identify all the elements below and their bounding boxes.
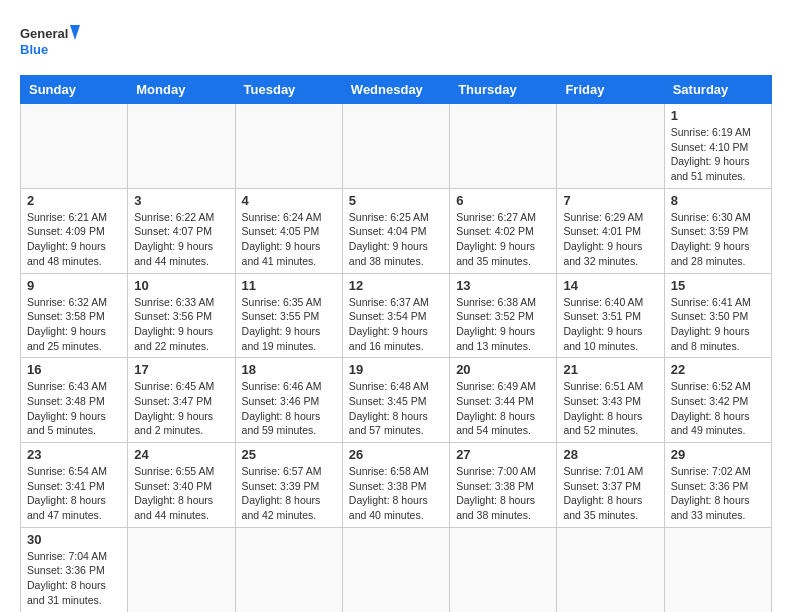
- day-info: Sunrise: 6:48 AM Sunset: 3:45 PM Dayligh…: [349, 379, 443, 438]
- day-info: Sunrise: 6:58 AM Sunset: 3:38 PM Dayligh…: [349, 464, 443, 523]
- day-number: 19: [349, 362, 443, 377]
- calendar-cell: 3Sunrise: 6:22 AM Sunset: 4:07 PM Daylig…: [128, 188, 235, 273]
- weekday-header: Thursday: [450, 76, 557, 104]
- day-info: Sunrise: 6:46 AM Sunset: 3:46 PM Dayligh…: [242, 379, 336, 438]
- calendar-cell: [235, 104, 342, 189]
- calendar-cell: [557, 527, 664, 612]
- day-number: 6: [456, 193, 550, 208]
- day-number: 20: [456, 362, 550, 377]
- day-info: Sunrise: 6:40 AM Sunset: 3:51 PM Dayligh…: [563, 295, 657, 354]
- calendar-week-row: 16Sunrise: 6:43 AM Sunset: 3:48 PM Dayli…: [21, 358, 772, 443]
- day-number: 4: [242, 193, 336, 208]
- calendar-cell: 11Sunrise: 6:35 AM Sunset: 3:55 PM Dayli…: [235, 273, 342, 358]
- calendar-cell: 6Sunrise: 6:27 AM Sunset: 4:02 PM Daylig…: [450, 188, 557, 273]
- day-info: Sunrise: 6:51 AM Sunset: 3:43 PM Dayligh…: [563, 379, 657, 438]
- calendar-cell: 5Sunrise: 6:25 AM Sunset: 4:04 PM Daylig…: [342, 188, 449, 273]
- day-info: Sunrise: 6:45 AM Sunset: 3:47 PM Dayligh…: [134, 379, 228, 438]
- day-number: 14: [563, 278, 657, 293]
- calendar-cell: 7Sunrise: 6:29 AM Sunset: 4:01 PM Daylig…: [557, 188, 664, 273]
- svg-text:Blue: Blue: [20, 42, 48, 57]
- calendar-cell: 28Sunrise: 7:01 AM Sunset: 3:37 PM Dayli…: [557, 443, 664, 528]
- calendar-cell: 30Sunrise: 7:04 AM Sunset: 3:36 PM Dayli…: [21, 527, 128, 612]
- calendar-cell: 2Sunrise: 6:21 AM Sunset: 4:09 PM Daylig…: [21, 188, 128, 273]
- day-number: 15: [671, 278, 765, 293]
- calendar-cell: [235, 527, 342, 612]
- calendar-cell: 23Sunrise: 6:54 AM Sunset: 3:41 PM Dayli…: [21, 443, 128, 528]
- day-number: 27: [456, 447, 550, 462]
- day-number: 23: [27, 447, 121, 462]
- day-number: 18: [242, 362, 336, 377]
- day-info: Sunrise: 7:04 AM Sunset: 3:36 PM Dayligh…: [27, 549, 121, 608]
- calendar-cell: 24Sunrise: 6:55 AM Sunset: 3:40 PM Dayli…: [128, 443, 235, 528]
- day-number: 28: [563, 447, 657, 462]
- calendar-cell: 9Sunrise: 6:32 AM Sunset: 3:58 PM Daylig…: [21, 273, 128, 358]
- day-info: Sunrise: 6:49 AM Sunset: 3:44 PM Dayligh…: [456, 379, 550, 438]
- day-number: 5: [349, 193, 443, 208]
- calendar-cell: [128, 104, 235, 189]
- calendar-cell: [21, 104, 128, 189]
- day-info: Sunrise: 6:32 AM Sunset: 3:58 PM Dayligh…: [27, 295, 121, 354]
- svg-marker-2: [70, 25, 80, 40]
- day-number: 24: [134, 447, 228, 462]
- day-info: Sunrise: 6:22 AM Sunset: 4:07 PM Dayligh…: [134, 210, 228, 269]
- calendar-cell: 17Sunrise: 6:45 AM Sunset: 3:47 PM Dayli…: [128, 358, 235, 443]
- calendar-cell: 16Sunrise: 6:43 AM Sunset: 3:48 PM Dayli…: [21, 358, 128, 443]
- day-number: 8: [671, 193, 765, 208]
- day-info: Sunrise: 7:01 AM Sunset: 3:37 PM Dayligh…: [563, 464, 657, 523]
- day-info: Sunrise: 6:35 AM Sunset: 3:55 PM Dayligh…: [242, 295, 336, 354]
- day-info: Sunrise: 6:52 AM Sunset: 3:42 PM Dayligh…: [671, 379, 765, 438]
- calendar-week-row: 9Sunrise: 6:32 AM Sunset: 3:58 PM Daylig…: [21, 273, 772, 358]
- calendar-cell: 25Sunrise: 6:57 AM Sunset: 3:39 PM Dayli…: [235, 443, 342, 528]
- day-number: 1: [671, 108, 765, 123]
- weekday-header: Sunday: [21, 76, 128, 104]
- day-info: Sunrise: 6:57 AM Sunset: 3:39 PM Dayligh…: [242, 464, 336, 523]
- calendar-cell: [557, 104, 664, 189]
- day-number: 16: [27, 362, 121, 377]
- calendar-cell: 20Sunrise: 6:49 AM Sunset: 3:44 PM Dayli…: [450, 358, 557, 443]
- calendar-week-row: 2Sunrise: 6:21 AM Sunset: 4:09 PM Daylig…: [21, 188, 772, 273]
- day-number: 21: [563, 362, 657, 377]
- day-number: 2: [27, 193, 121, 208]
- calendar-week-row: 30Sunrise: 7:04 AM Sunset: 3:36 PM Dayli…: [21, 527, 772, 612]
- calendar-cell: [342, 527, 449, 612]
- calendar-cell: [664, 527, 771, 612]
- day-number: 11: [242, 278, 336, 293]
- day-info: Sunrise: 6:43 AM Sunset: 3:48 PM Dayligh…: [27, 379, 121, 438]
- page-header: General Blue: [20, 20, 772, 65]
- day-info: Sunrise: 6:27 AM Sunset: 4:02 PM Dayligh…: [456, 210, 550, 269]
- day-number: 22: [671, 362, 765, 377]
- day-info: Sunrise: 6:19 AM Sunset: 4:10 PM Dayligh…: [671, 125, 765, 184]
- calendar-cell: 18Sunrise: 6:46 AM Sunset: 3:46 PM Dayli…: [235, 358, 342, 443]
- calendar-cell: 21Sunrise: 6:51 AM Sunset: 3:43 PM Dayli…: [557, 358, 664, 443]
- calendar-cell: 4Sunrise: 6:24 AM Sunset: 4:05 PM Daylig…: [235, 188, 342, 273]
- day-number: 30: [27, 532, 121, 547]
- calendar-cell: 10Sunrise: 6:33 AM Sunset: 3:56 PM Dayli…: [128, 273, 235, 358]
- day-number: 10: [134, 278, 228, 293]
- calendar-cell: [450, 104, 557, 189]
- calendar-cell: 29Sunrise: 7:02 AM Sunset: 3:36 PM Dayli…: [664, 443, 771, 528]
- logo-svg: General Blue: [20, 20, 80, 65]
- day-number: 12: [349, 278, 443, 293]
- weekday-header-row: SundayMondayTuesdayWednesdayThursdayFrid…: [21, 76, 772, 104]
- weekday-header: Monday: [128, 76, 235, 104]
- day-number: 29: [671, 447, 765, 462]
- day-number: 13: [456, 278, 550, 293]
- day-number: 25: [242, 447, 336, 462]
- day-number: 17: [134, 362, 228, 377]
- weekday-header: Friday: [557, 76, 664, 104]
- calendar-cell: 19Sunrise: 6:48 AM Sunset: 3:45 PM Dayli…: [342, 358, 449, 443]
- day-info: Sunrise: 7:00 AM Sunset: 3:38 PM Dayligh…: [456, 464, 550, 523]
- calendar-cell: [342, 104, 449, 189]
- day-info: Sunrise: 6:37 AM Sunset: 3:54 PM Dayligh…: [349, 295, 443, 354]
- day-info: Sunrise: 6:29 AM Sunset: 4:01 PM Dayligh…: [563, 210, 657, 269]
- day-info: Sunrise: 6:33 AM Sunset: 3:56 PM Dayligh…: [134, 295, 228, 354]
- day-info: Sunrise: 6:41 AM Sunset: 3:50 PM Dayligh…: [671, 295, 765, 354]
- weekday-header: Wednesday: [342, 76, 449, 104]
- calendar-cell: 8Sunrise: 6:30 AM Sunset: 3:59 PM Daylig…: [664, 188, 771, 273]
- weekday-header: Saturday: [664, 76, 771, 104]
- calendar-week-row: 23Sunrise: 6:54 AM Sunset: 3:41 PM Dayli…: [21, 443, 772, 528]
- day-info: Sunrise: 6:25 AM Sunset: 4:04 PM Dayligh…: [349, 210, 443, 269]
- day-number: 9: [27, 278, 121, 293]
- calendar-cell: 27Sunrise: 7:00 AM Sunset: 3:38 PM Dayli…: [450, 443, 557, 528]
- day-info: Sunrise: 6:21 AM Sunset: 4:09 PM Dayligh…: [27, 210, 121, 269]
